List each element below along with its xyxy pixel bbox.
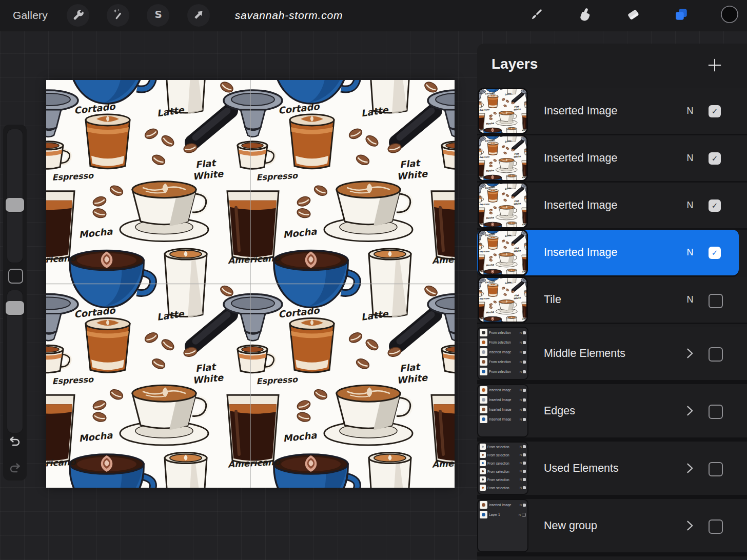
layer-thumbnail[interactable] xyxy=(479,136,526,180)
gallery-button[interactable]: Gallery xyxy=(13,0,48,31)
magic-wand-icon xyxy=(112,8,125,23)
mini-layer-row: From selection N xyxy=(478,475,527,484)
mini-layer-label: From selection xyxy=(487,486,518,490)
layer-row-inserted-image[interactable]: Inserted Image N ✓ xyxy=(477,88,747,134)
mini-layer-label: From selection xyxy=(487,470,518,473)
visibility-checkbox[interactable]: ✓ xyxy=(709,199,721,212)
mini-layer-label: From selection xyxy=(487,478,518,482)
blend-mode-button[interactable]: N xyxy=(682,183,698,228)
mini-layer-row: Inserted Image N xyxy=(478,395,527,405)
selection-tool[interactable]: S xyxy=(147,4,169,27)
opacity-slider[interactable] xyxy=(7,290,23,433)
mini-layer-label: Layer 1 xyxy=(489,513,517,516)
plus-icon xyxy=(706,57,723,73)
mini-layer-thumbnail xyxy=(480,406,487,413)
transform-arrow-icon xyxy=(192,8,205,23)
group-thumbnail: From selection N From selection N Insert… xyxy=(478,328,527,379)
layer-name: Inserted Image xyxy=(544,88,617,134)
layer-thumbnail[interactable] xyxy=(479,89,526,133)
group-row-new-group[interactable]: Inserted Image N Layer 1 N New group xyxy=(477,499,747,552)
group-row-edges[interactable]: Inserted Image N Inserted Image N Insert… xyxy=(477,384,747,437)
mini-layer-row: From selection N xyxy=(478,357,527,367)
group-row-middle-elements[interactable]: From selection N From selection N Insert… xyxy=(477,327,747,380)
blend-mode-button[interactable]: N xyxy=(682,135,698,181)
mini-layer-row: From selection N xyxy=(478,484,527,492)
visibility-checkbox[interactable] xyxy=(709,294,723,308)
visibility-checkbox[interactable]: ✓ xyxy=(709,105,721,117)
selection-s-icon: S xyxy=(152,8,165,23)
mini-layer-thumbnail xyxy=(480,396,487,404)
erase-tool[interactable] xyxy=(624,7,642,24)
group-name: Middle Elements xyxy=(544,327,625,380)
blend-mode-button[interactable]: N xyxy=(682,230,698,275)
mini-layer-row: Inserted Image N xyxy=(478,347,527,357)
color-tool[interactable] xyxy=(721,7,738,24)
document-title: savannah-storm.com xyxy=(235,0,343,31)
mini-layer-label: Inserted Image xyxy=(489,388,518,392)
group-thumbnail: From selection N From selection N From s… xyxy=(478,443,527,494)
mini-layer-row: From selection N xyxy=(478,367,527,376)
chevron-right-icon[interactable] xyxy=(682,442,697,495)
layer-thumbnail[interactable] xyxy=(479,184,526,227)
mini-layer-label: From selection xyxy=(487,445,518,449)
transform-tool[interactable] xyxy=(187,4,210,27)
visibility-checkbox[interactable]: ✓ xyxy=(709,152,721,165)
group-name: Used Elements xyxy=(544,442,619,495)
layer-thumbnail[interactable] xyxy=(479,278,526,322)
layer-thumbnail[interactable] xyxy=(479,231,526,274)
layer-row-tile[interactable]: Tile N xyxy=(477,277,747,323)
mini-layer-label: Inserted Image xyxy=(489,350,518,354)
layers-icon xyxy=(674,7,689,24)
layer-row-inserted-image[interactable]: Inserted Image N ✓ xyxy=(477,183,747,228)
layers-panel: Layers Inserted Image N ✓ Inserted Image… xyxy=(477,44,747,560)
canvas[interactable] xyxy=(46,80,455,488)
visibility-checkbox[interactable]: ✓ xyxy=(709,247,721,259)
group-name: Edges xyxy=(544,384,575,437)
opacity-slider-handle[interactable] xyxy=(6,301,24,315)
top-toolbar: Gallery S savannah-storm.com xyxy=(0,0,747,31)
redo-button[interactable] xyxy=(7,461,23,476)
group-row-used-elements[interactable]: From selection N From selection N From s… xyxy=(477,442,747,495)
chevron-right-icon[interactable] xyxy=(682,384,697,437)
procreate-app: CortadoLatteFlatWhiteEspressoMochaAmeric… xyxy=(0,0,747,560)
chevron-right-icon[interactable] xyxy=(682,499,697,552)
mini-layer-thumbnail xyxy=(480,468,486,474)
smudge-tool[interactable] xyxy=(576,7,594,24)
group-thumbnail: Inserted Image N Inserted Image N Insert… xyxy=(478,385,527,436)
mini-layer-label: Inserted Image xyxy=(489,417,518,421)
modify-button[interactable] xyxy=(8,269,23,284)
blend-mode-button[interactable]: N xyxy=(682,277,698,323)
mini-layer-row: From selection N xyxy=(478,443,527,451)
visibility-checkbox[interactable] xyxy=(709,347,723,362)
mini-layer-row: From selection N xyxy=(478,337,527,347)
mini-layer-row: Inserted Image N xyxy=(478,405,527,414)
layer-row-inserted-image[interactable]: Inserted Image N ✓ xyxy=(477,230,739,275)
mini-layer-label: From selection xyxy=(489,341,518,344)
layers-tool[interactable] xyxy=(673,7,690,24)
brush-size-slider[interactable] xyxy=(7,129,23,263)
visibility-checkbox[interactable] xyxy=(709,462,723,476)
actions-tool[interactable] xyxy=(67,4,89,27)
mini-layer-thumbnail xyxy=(480,511,487,518)
mini-layer-row: Inserted Image N xyxy=(478,500,527,510)
wrench-icon xyxy=(72,8,85,23)
layer-row-inserted-image[interactable]: Inserted Image N ✓ xyxy=(477,135,747,181)
mini-layer-thumbnail xyxy=(480,415,487,423)
mini-layer-row: Inserted Image N xyxy=(478,385,527,395)
adjustments-tool[interactable] xyxy=(107,4,129,27)
brush-tool[interactable] xyxy=(528,7,545,24)
mini-layer-thumbnail xyxy=(480,460,486,466)
brush-size-slider-handle[interactable] xyxy=(6,198,24,212)
chevron-right-icon[interactable] xyxy=(682,327,697,380)
mini-layer-thumbnail xyxy=(480,329,487,336)
mini-layer-thumbnail xyxy=(480,501,487,509)
add-layer-button[interactable] xyxy=(704,55,725,75)
blend-mode-button[interactable]: N xyxy=(682,88,698,134)
visibility-checkbox[interactable] xyxy=(709,519,723,534)
visibility-checkbox[interactable] xyxy=(709,405,723,419)
mini-layer-thumbnail xyxy=(480,368,487,375)
group-name: New group xyxy=(544,499,597,552)
mini-layer-thumbnail xyxy=(480,485,486,491)
mini-layer-label: From selection xyxy=(489,370,518,373)
undo-button[interactable] xyxy=(7,434,23,449)
